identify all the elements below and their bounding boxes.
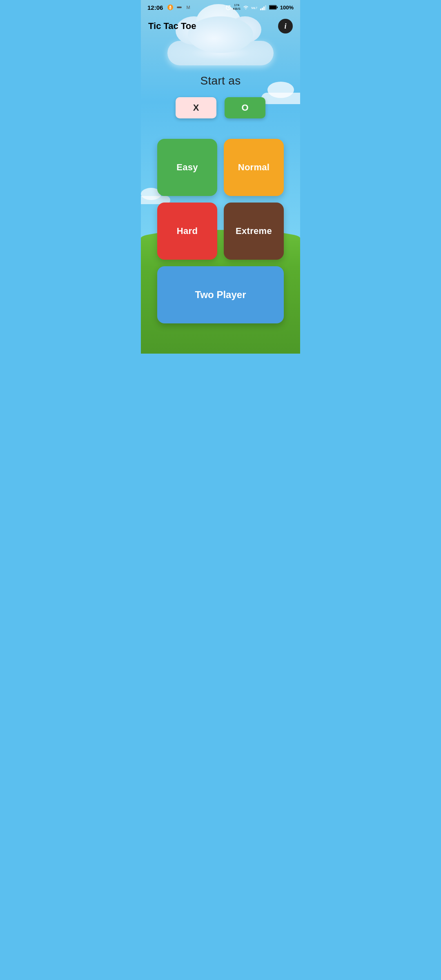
battery-icon [269,5,278,10]
status-time: 12:06 [147,4,163,11]
info-button[interactable]: i [278,19,293,33]
player-x-button[interactable]: X [176,97,216,118]
easy-button[interactable]: Easy [157,139,217,196]
status-bar: 12:06 ₿ M 174 KB/S [141,0,300,15]
main-content: Start as X O Easy Normal Hard Extreme Tw… [141,38,300,323]
bitcoin-icon: ₿ [167,4,174,11]
svg-rect-14 [265,5,266,10]
battery-percent: 100% [280,4,294,11]
svg-text:LTE: LTE [254,7,258,9]
svg-rect-12 [262,8,263,10]
gmail-icon: M [185,4,192,11]
svg-rect-2 [177,7,182,8]
player-o-button[interactable]: O [225,97,265,118]
player-select-row: X O [176,97,265,118]
difficulty-grid: Easy Normal Hard Extreme [157,139,284,260]
svg-rect-13 [263,7,265,10]
svg-rect-17 [277,7,278,8]
info-icon: i [284,22,286,31]
svg-text:M: M [187,5,190,10]
extreme-button[interactable]: Extreme [224,203,284,260]
two-player-button[interactable]: Two Player [157,266,284,323]
normal-button[interactable]: Normal [224,139,284,196]
kbs-display: 174 KB/S [233,4,241,11]
svg-line-6 [228,8,229,8]
lte-icon: Vo LTE [251,5,258,10]
wifi-icon [243,5,249,10]
hard-button[interactable]: Hard [157,203,217,260]
signal-icon [260,5,267,10]
svg-rect-16 [270,6,276,9]
start-as-label: Start as [200,74,241,87]
svg-rect-11 [260,9,261,10]
dash-icon [176,4,183,11]
app-bar: Tic Tac Toe i [141,15,300,38]
app-title: Tic Tac Toe [148,21,196,31]
alarm-icon [225,4,231,10]
status-left-icons: ₿ M [167,4,192,11]
